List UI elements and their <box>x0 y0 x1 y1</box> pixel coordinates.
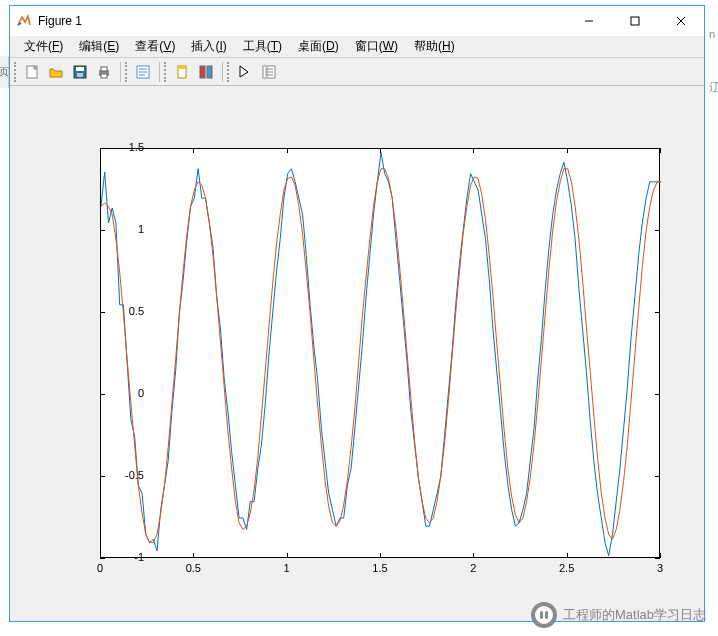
matlab-icon <box>16 13 32 29</box>
figure-window: Figure 1 文件(F) 编辑(E) 查看(V) 插入(I) 工具(T) 桌… <box>9 5 705 622</box>
ytick-label: 1 <box>104 223 144 235</box>
menu-edit[interactable]: 编辑(E) <box>71 36 127 57</box>
svg-rect-18 <box>207 66 212 78</box>
minimize-button[interactable] <box>566 6 612 36</box>
svg-rect-10 <box>101 74 107 78</box>
ytick-label: 0.5 <box>104 305 144 317</box>
watermark: 工程师的Matlab学习日志 <box>531 602 706 628</box>
menu-window[interactable]: 窗口(W) <box>347 36 406 57</box>
insert-colorbar-button[interactable] <box>194 60 218 84</box>
ytick-label: 1.5 <box>104 141 144 153</box>
menu-view[interactable]: 查看(V) <box>127 36 183 57</box>
new-figure-button[interactable] <box>20 60 44 84</box>
left-edge-sliver: 页 <box>0 56 9 88</box>
edit-plot-button[interactable] <box>233 60 257 84</box>
ytick-label: 0 <box>104 387 144 399</box>
menu-tools[interactable]: 工具(T) <box>235 36 290 57</box>
svg-rect-7 <box>77 73 83 77</box>
menu-insert[interactable]: 插入(I) <box>183 36 234 57</box>
menubar: 文件(F) 编辑(E) 查看(V) 插入(I) 工具(T) 桌面(D) 窗口(W… <box>10 36 704 58</box>
menu-desktop[interactable]: 桌面(D) <box>290 36 347 57</box>
menu-help[interactable]: 帮助(H) <box>406 36 463 57</box>
xtick-label: 0.5 <box>178 562 208 574</box>
xtick-label: 1.5 <box>365 562 395 574</box>
wechat-icon <box>531 602 557 628</box>
ytick-label: -0.5 <box>104 469 144 481</box>
svg-rect-6 <box>76 67 84 71</box>
close-button[interactable] <box>658 6 704 36</box>
xtick-label: 0 <box>85 562 115 574</box>
print-button[interactable] <box>92 60 116 84</box>
line-series-noisy <box>101 152 661 555</box>
maximize-button[interactable] <box>612 6 658 36</box>
titlebar: Figure 1 <box>10 6 704 36</box>
xtick-label: 2.5 <box>552 562 582 574</box>
open-button[interactable] <box>44 60 68 84</box>
line-series-smooth <box>101 169 661 543</box>
menu-file[interactable]: 文件(F) <box>16 36 71 57</box>
link-plot-button[interactable] <box>170 60 194 84</box>
save-button[interactable] <box>68 60 92 84</box>
axes[interactable] <box>100 148 660 558</box>
svg-rect-1 <box>631 17 639 25</box>
property-inspector-button[interactable] <box>257 60 281 84</box>
xtick-label: 3 <box>645 562 675 574</box>
toolbar <box>10 58 704 86</box>
window-title: Figure 1 <box>38 14 82 28</box>
xtick-label: 1 <box>272 562 302 574</box>
svg-rect-9 <box>101 67 107 71</box>
axes-container: -1-0.500.511.5 00.511.522.53 <box>60 138 670 588</box>
right-edge-sliver: n 辽 <box>706 28 718 98</box>
svg-rect-16 <box>178 66 186 69</box>
print-preview-button[interactable] <box>131 60 155 84</box>
xtick-label: 2 <box>458 562 488 574</box>
plot-area: -1-0.500.511.5 00.511.522.53 <box>10 88 704 621</box>
svg-rect-17 <box>200 66 205 78</box>
watermark-text: 工程师的Matlab学习日志 <box>563 606 706 624</box>
